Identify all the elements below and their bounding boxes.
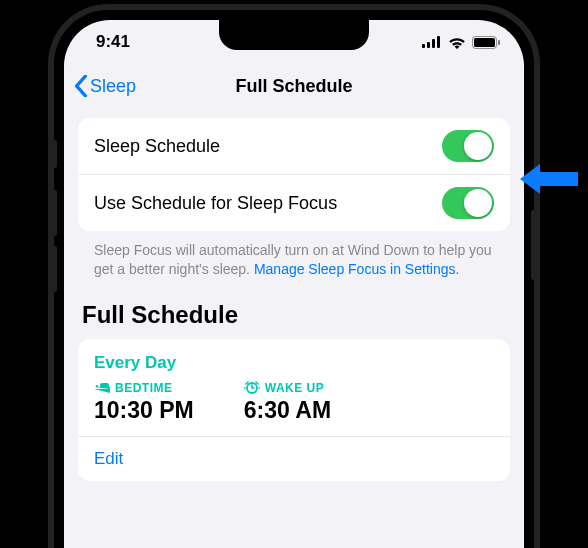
bed-icon [94, 382, 110, 393]
wakeup-column: WAKE UP 6:30 AM [244, 381, 331, 424]
sleep-focus-label: Use Schedule for Sleep Focus [94, 193, 337, 214]
bedtime-column: BEDTIME 10:30 PM [94, 381, 194, 424]
cellular-icon [422, 36, 442, 48]
sleep-focus-row: Use Schedule for Sleep Focus [78, 174, 510, 231]
page-title: Full Schedule [235, 76, 352, 97]
manage-focus-link[interactable]: Manage Sleep Focus in Settings. [254, 261, 459, 277]
sleep-schedule-row: Sleep Schedule [78, 118, 510, 174]
callout-arrow-icon [520, 162, 578, 196]
sleep-focus-toggle[interactable] [442, 187, 494, 219]
wakeup-value: 6:30 AM [244, 397, 331, 424]
phone-frame: 9:41 Sleep Full Schedule Sleep Schedule [48, 4, 540, 548]
wakeup-label: WAKE UP [265, 381, 325, 395]
bedtime-label: BEDTIME [115, 381, 173, 395]
svg-rect-0 [422, 44, 425, 48]
content: Sleep Schedule Use Schedule for Sleep Fo… [64, 108, 524, 481]
svg-rect-1 [427, 42, 430, 48]
status-indicators [422, 36, 500, 49]
power-button [531, 210, 536, 280]
sleep-schedule-label: Sleep Schedule [94, 136, 220, 157]
sleep-schedule-toggle[interactable] [442, 130, 494, 162]
notch [219, 20, 369, 50]
chevron-left-icon [74, 75, 88, 97]
volume-up-button [52, 190, 57, 236]
volume-down-button [52, 246, 57, 292]
bedtime-value: 10:30 PM [94, 397, 194, 424]
screen: 9:41 Sleep Full Schedule Sleep Schedule [64, 20, 524, 548]
full-schedule-header: Full Schedule [78, 279, 510, 339]
back-label: Sleep [90, 76, 136, 97]
settings-card: Sleep Schedule Use Schedule for Sleep Fo… [78, 118, 510, 231]
edit-schedule-link[interactable]: Edit [78, 436, 510, 469]
wifi-icon [448, 36, 466, 49]
battery-icon [472, 36, 500, 49]
svg-rect-2 [432, 39, 435, 48]
back-button[interactable]: Sleep [74, 75, 136, 97]
settings-footer: Sleep Focus will automatically turn on a… [78, 231, 510, 279]
schedule-days: Every Day [94, 353, 494, 373]
nav-bar: Sleep Full Schedule [64, 64, 524, 108]
schedule-columns: BEDTIME 10:30 PM WAKE UP 6:30 AM [94, 381, 494, 424]
silence-switch [52, 140, 57, 168]
status-time: 9:41 [96, 32, 130, 52]
svg-rect-3 [437, 36, 440, 48]
svg-rect-6 [498, 40, 500, 45]
alarm-icon [244, 381, 260, 394]
schedule-card: Every Day BEDTIME 10:30 PM WAKE UP [78, 339, 510, 481]
bedtime-label-row: BEDTIME [94, 381, 194, 395]
svg-rect-5 [474, 38, 495, 47]
wakeup-label-row: WAKE UP [244, 381, 331, 395]
